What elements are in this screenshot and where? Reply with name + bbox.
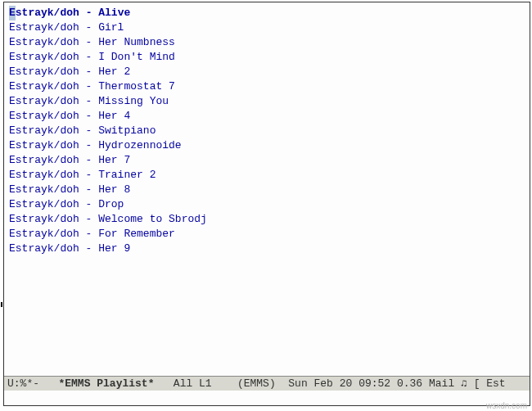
echo-area[interactable] [4,391,530,405]
playlist-track[interactable]: Estrayk/doh - Her Numbness [9,35,525,50]
mode-line-datetime: Sun Feb 20 09:52 [288,377,390,390]
playlist-track[interactable]: Estrayk/doh - Trainer 2 [9,168,525,183]
track-label: Estrayk/doh - For Remember [9,228,175,240]
mode-line-mode: (EMMS) [237,377,276,390]
watermark: wsxdn.com [486,401,527,410]
playlist-track[interactable]: Estrayk/doh - Her 7 [9,153,525,168]
track-label: Estrayk/doh - Her 4 [9,110,130,122]
playlist-track[interactable]: Estrayk/doh - Hydrozennoide [9,138,525,153]
playlist-track[interactable]: Estrayk/doh - For Remember [9,227,525,242]
mode-line-tail: [ Est [474,377,506,390]
playlist-track[interactable]: Estrayk/doh - Her 8 [9,183,525,197]
playlist-track[interactable]: Estrayk/doh - Girl [9,20,525,35]
track-label: Estrayk/doh - Hydrozennoide [9,139,182,151]
mode-line-status: U:%*- [7,377,39,390]
playlist-track[interactable]: Estrayk/doh - Missing You [9,94,525,109]
playlist-track[interactable]: Estrayk/doh - Drop [9,197,525,212]
track-label: Estrayk/doh - Her 2 [9,65,130,78]
track-label: Estrayk/doh - Her 9 [9,242,130,255]
playlist-track[interactable]: Estrayk/doh - Her 4 [9,109,525,124]
fringe-indicator [1,302,2,307]
track-label: Estrayk/doh - Switpiano [9,124,156,137]
playlist-track[interactable]: Estrayk/doh - I Don't Mind [9,50,525,65]
track-label: Estrayk/doh - Thermostat 7 [9,80,175,93]
mode-line: U:%*- *EMMS Playlist* All L1 (EMMS) Sun … [4,376,530,391]
track-label: Estrayk/doh - Her Numbness [9,36,175,48]
track-label: Estrayk/doh - Her 8 [9,183,130,196]
playlist-buffer[interactable]: Estrayk/doh - AliveEstrayk/doh - GirlEst… [4,2,530,376]
track-label: Estrayk/doh - Welcome to Sbrodj [9,213,207,225]
track-label: Estrayk/doh - Missing You [9,95,169,107]
track-label: Estrayk/doh - Trainer 2 [9,169,156,181]
mode-line-load: 0.36 [397,377,422,390]
music-note-icon: ♫ [461,377,467,390]
track-label: Estrayk/doh - I Don't Mind [9,51,175,63]
playlist-track[interactable]: Estrayk/doh - Switpiano [9,124,525,138]
mode-line-buffer-name: *EMMS Playlist* [58,377,154,390]
emacs-frame: Estrayk/doh - AliveEstrayk/doh - GirlEst… [3,2,530,406]
playlist-track[interactable]: Estrayk/doh - Welcome to Sbrodj [9,212,525,227]
playlist-track[interactable]: Estrayk/doh - Her 9 [9,242,525,256]
playlist-track[interactable]: Estrayk/doh - Thermostat 7 [9,79,525,94]
playlist-track[interactable]: Estrayk/doh - Her 2 [9,65,525,79]
text-cursor: E [9,6,16,20]
mode-line-position: All L1 [174,377,212,390]
track-label: Estrayk/doh - Girl [9,21,124,34]
mode-line-mail: Mail [429,377,454,390]
track-label: strayk/doh - Alive [16,7,130,19]
track-label: Estrayk/doh - Her 7 [9,154,130,166]
track-label: Estrayk/doh - Drop [9,198,124,210]
playlist-track[interactable]: Estrayk/doh - Alive [9,6,525,20]
